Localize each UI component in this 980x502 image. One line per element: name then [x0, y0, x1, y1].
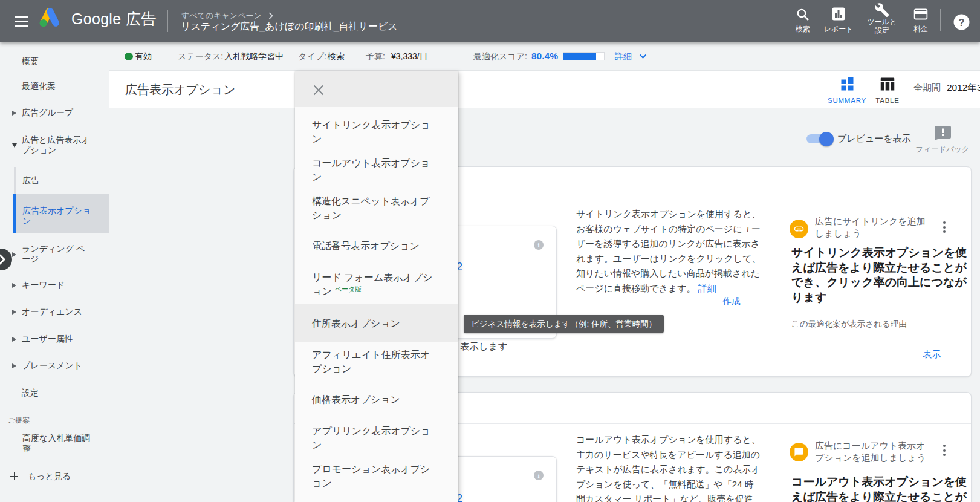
chat-bubble-icon — [794, 447, 804, 457]
campaign-status-bar: 有効 ステータス: 入札戦略学習中 タイプ: 検索 予算: ¥3,333/日 最… — [109, 42, 980, 71]
date-range-selector[interactable]: 全期間2012年3月 — [913, 82, 980, 94]
breadcrumb-chevron-icon — [268, 12, 274, 19]
more-options-icon[interactable] — [943, 445, 946, 456]
dropdown-item[interactable]: 電話番号表示オプション — [295, 227, 458, 265]
budget-label: 予算: — [366, 42, 385, 70]
dropdown-item[interactable]: 住所表示オプション — [295, 304, 458, 342]
budget-value[interactable]: ¥3,333/日 — [391, 42, 428, 70]
reports-button[interactable]: レポート — [822, 0, 855, 42]
recommendation-body: サイトリンク表示オプションを使えば広告をより際立たせることができ、クリック率の向… — [791, 246, 970, 305]
view-link[interactable]: 表示 — [923, 348, 941, 361]
recommendation-reason-link[interactable]: この最適化案が表示される理由 — [791, 319, 907, 330]
sidebar-item-extensions-selected[interactable]: 広告表示オプション — [13, 194, 109, 233]
dropdown-item[interactable]: 価格表示オプション — [295, 380, 458, 419]
preview-toolbar: プレビューを表示 フィードバック — [109, 108, 980, 166]
billing-button[interactable]: 料金 — [904, 0, 938, 42]
dropdown-item[interactable]: 構造化スニペット表示オプション — [295, 189, 458, 227]
plus-icon — [10, 472, 18, 480]
expand-arrow-icon — [12, 310, 16, 315]
type-value: 検索 — [328, 42, 345, 70]
sidebar-item-settings[interactable]: 設定 — [0, 383, 109, 403]
sidebar-divider — [15, 409, 109, 409]
column-divider — [770, 424, 770, 502]
report-icon — [832, 7, 845, 21]
appbar-divider — [167, 10, 168, 32]
tools-settings-button[interactable]: ツールと設定 — [864, 0, 900, 42]
feedback-icon — [935, 126, 951, 140]
optimization-score-label: 最適化スコア: — [473, 42, 527, 70]
sidebar-item-overview[interactable]: 概要 — [0, 51, 109, 71]
page-title-bar: 広告表示オプション SUMMARY TABLE 全期間2012年3月 — [109, 71, 980, 108]
dropdown-item[interactable]: アフィリエイト住所表示オプション — [295, 342, 458, 380]
optimization-score-progressbar — [563, 52, 605, 60]
status-label: ステータス: — [178, 42, 223, 70]
google-ads-logo-icon — [39, 7, 60, 28]
breadcrumb-all-campaigns[interactable]: すべてのキャンペーン — [181, 10, 262, 21]
recommendation-body: コールアウト表示オプションを使えば広告をより際立たせることが — [791, 475, 970, 502]
main-content: プレビューを表示 フィードバック i 2 表示します サイトリンク表示オプション… — [109, 108, 980, 502]
sidebar-item-demographics[interactable]: ユーザー属性 — [0, 329, 109, 349]
sidebar-item-advanced-bid-adjustment[interactable]: 高度な入札単価調整 — [0, 429, 109, 457]
recommendation-title: 広告にコールアウト表示オプションを追加しましょう — [815, 440, 931, 464]
sidebar-expand-button[interactable] — [0, 249, 12, 270]
breadcrumb-campaign-name[interactable]: リスティング広告_あけぼの印刷社_自社サービス — [181, 21, 398, 33]
help-button[interactable]: ? — [953, 14, 970, 30]
extension-description: サイトリンク表示オプションを使用すると、お客様のウェブサイトの特定のページにユー… — [576, 207, 761, 296]
feedback-button[interactable]: フィードバック — [915, 126, 970, 155]
sidebar-item-keywords[interactable]: キーワード — [0, 275, 109, 295]
sidebar-item-ads-extensions[interactable]: 広告と広告表示オプション — [0, 131, 109, 159]
credit-card-icon — [914, 7, 928, 21]
column-divider — [565, 424, 565, 502]
extension-description: コールアウト表示オプションを使用すると、主力のサービスや特長をアピールする追加の… — [576, 432, 761, 502]
wrench-icon — [875, 2, 890, 18]
dropdown-item[interactable]: サイトリンク表示オプション — [295, 112, 458, 151]
sidebar-item-audiences[interactable]: オーディエンス — [0, 302, 109, 322]
sidebar-item-landing-pages[interactable]: ランディング ページ — [0, 240, 109, 268]
dropdown-header — [295, 71, 458, 107]
date-range-value: 2012年3月 — [947, 82, 980, 94]
recommendation-title: 広告にサイトリンクを追加しましょう — [815, 215, 931, 240]
table-icon — [881, 77, 895, 91]
sidebar-item-ads[interactable]: 広告 — [0, 171, 109, 191]
column-divider — [770, 197, 770, 376]
more-options-icon[interactable] — [943, 221, 946, 233]
learn-more-link[interactable]: 詳細 — [698, 283, 716, 293]
sidebar-item-placements[interactable]: プレースメント — [0, 356, 109, 376]
search-button[interactable]: 検索 — [786, 0, 820, 42]
create-link[interactable]: 作成 — [722, 296, 741, 307]
sidebar-section-suggestions: ご提案 — [8, 416, 30, 426]
sidebar-item-recommendations[interactable]: 最適化案 — [0, 76, 109, 96]
details-link[interactable]: 詳細 — [615, 42, 632, 70]
toggle-knob — [819, 132, 834, 146]
dropdown-item[interactable]: コールアウト表示オプション — [295, 151, 458, 189]
view-summary-tab[interactable]: SUMMARY — [830, 77, 864, 104]
preview-toggle[interactable] — [806, 134, 832, 143]
appbar-divider — [940, 9, 941, 31]
expand-arrow-icon — [12, 252, 16, 257]
chevron-right-icon — [0, 255, 4, 264]
expand-arrow-icon — [12, 283, 16, 288]
optimization-score-value: 80.4% — [531, 42, 558, 70]
sidebar-item-ad-groups[interactable]: 広告グループ — [0, 103, 109, 123]
status-value[interactable]: 入札戦略学習中 — [224, 42, 284, 62]
dropdown-item[interactable]: アプリリンク表示オプション — [295, 419, 458, 457]
extension-type-dropdown: サイトリンク表示オプションコールアウト表示オプション構造化スニペット表示オプショ… — [295, 71, 458, 502]
status-enabled-dot — [125, 53, 133, 61]
date-range-label: 全期間 — [913, 82, 941, 93]
chevron-down-icon[interactable] — [639, 54, 647, 59]
expand-arrow-icon — [12, 337, 16, 342]
info-icon[interactable]: i — [534, 240, 544, 250]
menu-icon[interactable] — [15, 16, 28, 27]
summary-grid-icon — [840, 77, 854, 91]
column-divider — [565, 197, 565, 376]
link-icon — [793, 223, 805, 235]
sidebar-item-more[interactable]: もっと見る — [0, 466, 109, 486]
collapse-arrow-icon — [12, 143, 17, 148]
info-icon[interactable]: i — [534, 471, 544, 480]
dropdown-item[interactable]: プロモーション表示オプション — [295, 457, 458, 495]
dropdown-item[interactable]: リード フォーム表示オプションベータ版 — [295, 265, 458, 304]
product-name: Google 広告 — [71, 9, 156, 29]
date-range-underline — [946, 100, 980, 100]
view-table-tab[interactable]: TABLE — [872, 77, 903, 104]
close-icon[interactable] — [313, 85, 324, 96]
